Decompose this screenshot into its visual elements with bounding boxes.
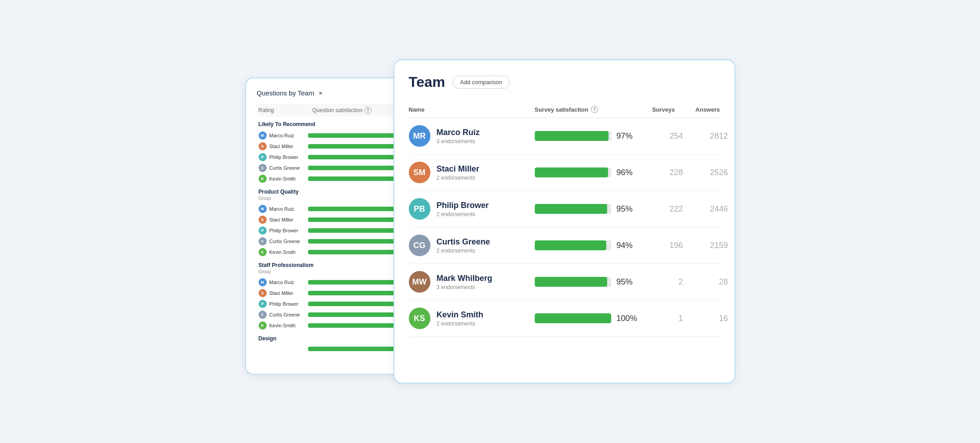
page-title: Team [409, 74, 445, 90]
name-cell: SM Staci Miller 2 endorsements [409, 162, 535, 183]
by-team-label: by Team [287, 89, 314, 97]
table-row[interactable]: PB Philip Brower 2 endorsements 95% 222 … [409, 191, 720, 227]
name-block: Marco Ruiz 3 endorsements [437, 128, 480, 145]
questions-label: Questions [257, 89, 287, 97]
team-person-name: Kevin Smith [437, 310, 483, 320]
name-cell: PB Philip Brower 2 endorsements [409, 198, 535, 220]
avatar: P [259, 226, 267, 235]
answers-cell: 2446 [683, 204, 728, 214]
person-name: Kevin Smith [269, 249, 305, 255]
sat-cell: 94% [535, 240, 638, 250]
avatar: M [259, 278, 267, 286]
table-row[interactable]: KS Kevin Smith 2 endorsements 100% 1 16 [409, 300, 720, 337]
surveys-cell: 2 [638, 277, 683, 287]
sat-cell: 96% [535, 167, 638, 177]
person-name: Staci Miller [269, 217, 305, 222]
person-bar [308, 280, 408, 285]
person-bar [308, 323, 408, 328]
avatar: S [259, 142, 267, 150]
person-bar [308, 291, 408, 295]
avatar: C [259, 237, 267, 245]
answers-cell: 16 [683, 314, 728, 323]
person-bar [308, 207, 408, 211]
team-person-name: Mark Whilberg [437, 274, 492, 283]
name-cell: KS Kevin Smith 2 endorsements [409, 307, 535, 329]
surveys-cell: 222 [638, 204, 683, 214]
col-surveys-header: Surveys [630, 106, 675, 113]
table-row[interactable]: CG Curtis Greene 2 endorsements 94% 196 … [409, 227, 720, 264]
person-bar [308, 155, 408, 159]
person-name: Curtis Greene [269, 239, 305, 244]
person-bar [308, 133, 408, 138]
name-block: Curtis Greene 2 endorsements [437, 237, 490, 254]
avatar: C [259, 164, 267, 172]
sat-pct: 95% [617, 277, 638, 287]
person-bar [308, 302, 408, 306]
avatar: P [259, 300, 267, 308]
team-person-name: Philip Brower [437, 201, 489, 210]
avatar: CG [409, 235, 430, 256]
sat-cell: 95% [535, 277, 638, 287]
person-name: Marco Ruiz [269, 133, 305, 138]
sat-bar [535, 204, 611, 214]
table-row[interactable]: SM Staci Miller 2 endorsements 96% 228 2… [409, 154, 720, 191]
person-name: Curtis Greene [269, 312, 305, 317]
sat-bar [535, 240, 611, 250]
name-cell: MW Mark Whilberg 3 endorsements [409, 271, 535, 293]
avatar: SM [409, 162, 430, 183]
sat-pct: 100% [617, 314, 638, 323]
person-bar [308, 176, 408, 181]
avatar: M [259, 205, 267, 213]
answers-cell: 2526 [683, 168, 728, 177]
sat-bar [535, 131, 611, 141]
sat-bar [535, 167, 611, 177]
sat-pct: 97% [617, 131, 638, 141]
col-name-header: Name [409, 106, 535, 113]
close-button[interactable]: × [319, 90, 322, 97]
team-person-name: Marco Ruiz [437, 128, 480, 137]
sat-bar [535, 277, 611, 287]
endorsements: 3 endorsements [437, 284, 492, 290]
surveys-cell: 196 [638, 241, 683, 250]
endorsements: 3 endorsements [437, 138, 480, 145]
person-name: Marco Ruiz [269, 206, 305, 212]
person-name: Philip Brower [269, 154, 305, 160]
person-name: Philip Brower [269, 228, 305, 233]
survey-sat-help-icon[interactable]: ? [591, 106, 598, 113]
table-row[interactable]: MW Mark Whilberg 3 endorsements 95% 2 28 [409, 264, 720, 300]
person-bar [308, 312, 408, 317]
avatar: K [259, 248, 267, 256]
sat-pct: 95% [617, 204, 638, 214]
avatar: S [259, 216, 267, 224]
add-comparison-button[interactable]: Add comparison [452, 76, 510, 89]
team-panel: Team Add comparison Name Survey satisfac… [394, 59, 735, 384]
sat-pct: 96% [617, 168, 638, 177]
col-rating-header: Rating [259, 107, 313, 113]
name-block: Kevin Smith 2 endorsements [437, 310, 483, 327]
surveys-cell: 1 [638, 314, 683, 323]
person-name: Kevin Smith [269, 176, 305, 181]
endorsements: 2 endorsements [437, 175, 479, 181]
person-bar [308, 144, 408, 149]
sat-cell: 95% [535, 204, 638, 214]
name-block: Philip Brower 2 endorsements [437, 201, 489, 217]
col-survey-sat-header: Survey satisfaction ? [535, 106, 630, 113]
person-name: Philip Brower [269, 301, 305, 307]
qsat-help-icon[interactable]: ? [364, 107, 371, 114]
person-bar [308, 217, 408, 222]
person-name: Curtis Greene [269, 165, 305, 171]
answers-cell: 28 [683, 277, 728, 287]
person-name: Marco Ruiz [269, 280, 305, 285]
team-person-name: Curtis Greene [437, 237, 490, 247]
table-row[interactable]: MR Marco Ruiz 3 endorsements 97% 254 281… [409, 118, 720, 154]
avatar: MR [409, 125, 430, 147]
endorsements: 2 endorsements [437, 321, 483, 327]
avatar: M [259, 131, 267, 140]
endorsements: 2 endorsements [437, 248, 490, 254]
avatar: P [259, 153, 267, 161]
team-person-name: Staci Miller [437, 164, 479, 174]
name-cell: CG Curtis Greene 2 endorsements [409, 235, 535, 256]
sat-cell: 97% [535, 131, 638, 141]
avatar: K [259, 175, 267, 183]
sat-cell: 100% [535, 313, 638, 323]
